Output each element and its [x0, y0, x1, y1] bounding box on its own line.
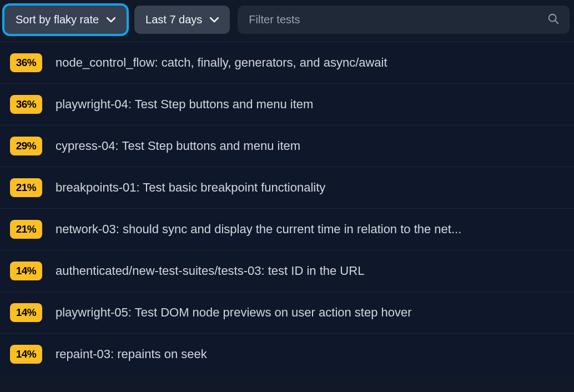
test-name: network-03: should sync and display the …	[56, 222, 564, 237]
flaky-rate-badge: 29%	[10, 137, 42, 155]
flaky-rate-badge: 14%	[10, 262, 42, 280]
test-row[interactable]: 14%playwright-05: Test DOM node previews…	[0, 292, 574, 333]
test-row[interactable]: 29%cypress-04: Test Step buttons and men…	[0, 125, 574, 167]
flaky-rate-badge: 21%	[10, 220, 42, 239]
flaky-rate-badge: 21%	[10, 178, 42, 197]
sort-dropdown[interactable]: Sort by flaky rate	[4, 6, 127, 34]
chevron-down-icon	[210, 17, 219, 23]
flaky-rate-badge: 14%	[10, 303, 42, 322]
svg-line-1	[555, 21, 558, 23]
flaky-rate-badge: 36%	[10, 95, 42, 114]
test-name: playwright-04: Test Step buttons and men…	[56, 97, 564, 112]
test-row[interactable]: 36%node_control_flow: catch, finally, ge…	[0, 42, 574, 83]
test-row[interactable]: 21%breakpoints-01: Test basic breakpoint…	[0, 167, 574, 208]
test-name: playwright-05: Test DOM node previews on…	[56, 305, 564, 320]
test-name: cypress-04: Test Step buttons and menu i…	[56, 139, 564, 153]
sort-label: Sort by flaky rate	[16, 13, 99, 26]
test-name: repaint-03: repaints on seek	[56, 347, 564, 361]
test-row[interactable]: 36%playwright-04: Test Step buttons and …	[0, 83, 574, 125]
search-icon	[547, 13, 560, 27]
test-name: authenticated/new-test-suites/tests-03: …	[56, 264, 564, 278]
test-row[interactable]: 14%authenticated/new-test-suites/tests-0…	[0, 250, 574, 292]
filter-wrap	[238, 6, 570, 34]
flaky-rate-badge: 36%	[10, 53, 42, 72]
chevron-down-icon	[107, 17, 115, 23]
range-dropdown[interactable]: Last 7 days	[134, 6, 230, 34]
test-list: 36%node_control_flow: catch, finally, ge…	[0, 42, 574, 375]
test-row[interactable]: 21%network-03: should sync and display t…	[0, 208, 574, 250]
range-label: Last 7 days	[145, 13, 202, 26]
flaky-rate-badge: 14%	[10, 345, 42, 364]
toolbar: Sort by flaky rate Last 7 days	[0, 0, 574, 42]
test-row[interactable]: 14%repaint-03: repaints on seek	[0, 333, 574, 375]
test-name: breakpoints-01: Test basic breakpoint fu…	[56, 180, 564, 195]
filter-input[interactable]	[238, 6, 570, 34]
test-name: node_control_flow: catch, finally, gener…	[56, 56, 564, 70]
